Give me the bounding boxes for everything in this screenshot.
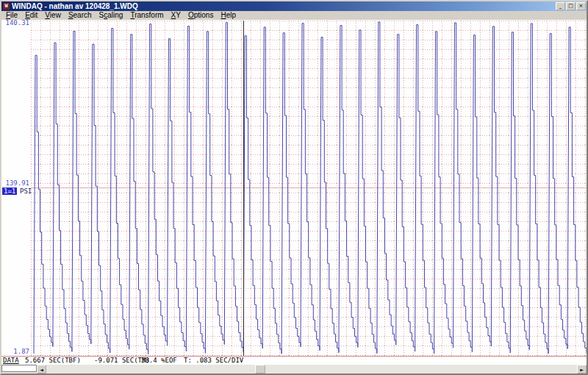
title-bar[interactable]: W WINDAQ - nathan av 120428_1.WDQ _ □ ×	[1, 1, 587, 11]
minimize-button[interactable]: _	[556, 2, 565, 10]
scroll-left-button[interactable]: ◄	[37, 365, 46, 374]
waveform-area[interactable]: 140.31 139.91 1=1 PSI 1.87	[1, 20, 587, 357]
scroll-right-button[interactable]: ►	[577, 365, 587, 374]
status-percent-eof: 38.4 %EOF	[141, 357, 177, 365]
maximize-button[interactable]: □	[566, 2, 576, 10]
menu-bar: FileEditViewSearchScalingTransformXYOpti…	[1, 11, 587, 20]
menu-item-search[interactable]: Search	[65, 11, 96, 20]
windaq-window: W WINDAQ - nathan av 120428_1.WDQ _ □ × …	[0, 0, 588, 375]
menu-item-options[interactable]: Options	[184, 11, 217, 20]
plot-svg	[1, 20, 587, 357]
scrollbar-thumb[interactable]	[255, 365, 265, 374]
window-controls: _ □ ×	[556, 2, 586, 10]
windaq-app-icon: W	[3, 3, 10, 10]
horizontal-scrollbar[interactable]: ◄ ►	[1, 365, 587, 374]
cursor-value-readout: 139.91	[1, 179, 29, 187]
menu-item-view[interactable]: View	[41, 11, 65, 20]
menu-item-transform[interactable]: Transform	[126, 11, 167, 20]
scale-top-value: 140.31	[1, 20, 29, 26]
scale-bottom-value: 1.87	[1, 348, 29, 355]
menu-item-help[interactable]: Help	[217, 11, 240, 20]
menu-item-xy[interactable]: XY	[168, 11, 184, 20]
window-title: WINDAQ - nathan av 120428_1.WDQ	[12, 2, 556, 10]
status-bar: DATA 5.667 SEC(TBF) -9.071 SEC(TM) 38.4 …	[1, 357, 587, 365]
unit-label: PSI	[20, 188, 32, 195]
channel-badge[interactable]: 1=1	[2, 188, 17, 195]
status-time-from-bof: 5.667 SEC(TBF)	[25, 357, 81, 365]
pan-preview-box[interactable]	[1, 365, 37, 372]
menu-item-file[interactable]: File	[2, 11, 21, 20]
status-mode[interactable]: DATA	[3, 357, 19, 365]
menu-item-scaling[interactable]: Scaling	[96, 11, 127, 20]
close-button[interactable]: ×	[576, 2, 586, 10]
status-timebase: T: .083 SEC/DIV	[184, 357, 243, 365]
menu-item-edit[interactable]: Edit	[21, 11, 41, 20]
